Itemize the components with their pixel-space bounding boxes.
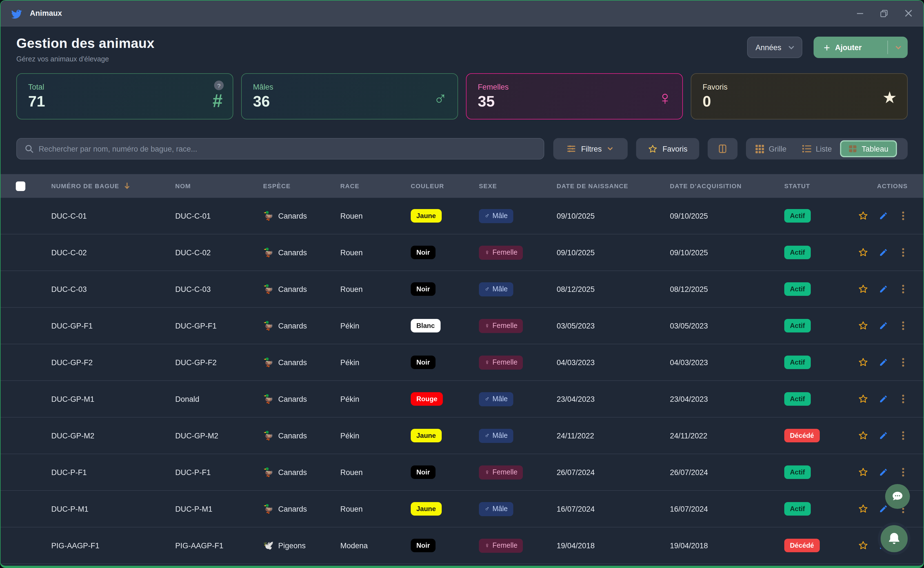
hash-icon: #	[213, 92, 222, 110]
page-heading: Gestion des animaux Gérez vos animaux d'…	[17, 35, 154, 63]
edit-button[interactable]	[879, 211, 888, 220]
more-actions-button[interactable]	[898, 394, 907, 404]
more-actions-button[interactable]	[898, 357, 907, 367]
maximize-button[interactable]	[878, 7, 890, 20]
table-row: DUC-C-03 DUC-C-03 🦆 Canards Rouen Noir ♂…	[1, 271, 923, 308]
sex-symbol-icon: ♀	[485, 358, 490, 366]
star-outline-icon	[858, 394, 868, 404]
edit-button[interactable]	[879, 285, 888, 294]
edit-button[interactable]	[879, 431, 888, 440]
sex-symbol-icon: ♂	[485, 285, 490, 293]
status-badge: Actif	[784, 465, 811, 479]
select-all-checkbox[interactable]	[16, 181, 26, 191]
birth-date: 03/05/2023	[557, 322, 670, 330]
table-row: DUC-P-F1 DUC-P-F1 🦆 Canards Rouen Noir ♀…	[1, 454, 923, 491]
sex-badge: ♀Femelle	[479, 538, 523, 553]
column-header-name[interactable]: Nom	[175, 183, 263, 189]
search-input[interactable]	[39, 145, 536, 153]
acquisition-date: 19/04/2018	[670, 541, 784, 550]
status-badge: Actif	[784, 392, 811, 406]
favorite-star-button[interactable]	[858, 357, 868, 367]
sex-symbol-icon: ♀	[485, 468, 490, 476]
edit-button[interactable]	[879, 504, 888, 513]
view-table-button[interactable]: Tableau	[840, 140, 897, 157]
table-row: DUC-P-M1 DUC-P-M1 🦆 Canards Rouen Jaune …	[1, 491, 923, 527]
more-actions-button[interactable]	[898, 467, 907, 477]
acquisition-date: 26/07/2024	[670, 468, 784, 476]
star-outline-icon	[858, 540, 868, 551]
column-header-race[interactable]: Race	[340, 183, 411, 189]
vertical-dots-icon	[898, 284, 907, 294]
favorites-filter-button[interactable]: Favoris	[636, 138, 699, 159]
favorite-star-button[interactable]	[858, 394, 868, 404]
more-actions-button[interactable]	[898, 321, 907, 331]
favorite-star-button[interactable]	[858, 540, 868, 551]
favorite-star-button[interactable]	[858, 431, 868, 441]
edit-button[interactable]	[879, 248, 888, 257]
pencil-icon	[879, 321, 888, 330]
column-header-status[interactable]: Statut	[784, 183, 846, 189]
add-button[interactable]: + Ajouter	[814, 37, 907, 58]
help-icon[interactable]: ?	[214, 80, 224, 90]
acquisition-date: 09/10/2025	[670, 248, 784, 257]
species-icon: 🦆	[263, 321, 273, 331]
acquisition-date: 08/12/2025	[670, 285, 784, 293]
favorite-star-button[interactable]	[858, 467, 868, 477]
table-body: DUC-C-01 DUC-C-01 🦆 Canards Rouen Jaune …	[1, 198, 923, 564]
edit-button[interactable]	[879, 321, 888, 330]
columns-button[interactable]	[708, 138, 738, 159]
star-outline-icon	[858, 467, 868, 477]
bell-icon	[887, 531, 901, 546]
add-dropdown-toggle[interactable]	[889, 44, 907, 51]
favorite-star-button[interactable]	[858, 211, 868, 221]
animal-name: PIG-AAGP-F1	[175, 541, 263, 550]
table-header-row: Numéro de bague Nom Espèce Race Couleur …	[1, 174, 923, 198]
species-icon: 🦆	[263, 504, 273, 514]
more-actions-button[interactable]	[898, 284, 907, 294]
column-header-acquisition[interactable]: Date d'acquisition	[670, 183, 784, 189]
favorite-star-button[interactable]	[858, 247, 868, 258]
female-icon: ♀	[658, 88, 672, 107]
pencil-icon	[879, 394, 888, 403]
view-grid-button[interactable]: Grille	[749, 140, 794, 157]
favorite-star-button[interactable]	[858, 321, 868, 331]
filters-button[interactable]: Filtres	[553, 138, 628, 159]
years-dropdown[interactable]: Années	[747, 37, 802, 58]
column-header-ring[interactable]: Numéro de bague	[51, 182, 175, 190]
more-actions-button[interactable]	[898, 431, 907, 441]
birth-date: 23/04/2023	[557, 395, 670, 403]
status-badge: Actif	[784, 355, 811, 369]
more-actions-button[interactable]	[898, 247, 907, 258]
table-row: DUC-GP-M1 Donald 🦆 Canards Pékin Rouge ♂…	[1, 381, 923, 418]
sex-badge: ♀Femelle	[479, 355, 523, 369]
favorite-star-button[interactable]	[858, 504, 868, 514]
column-header-birth[interactable]: Date de naissance	[557, 183, 670, 189]
acquisition-date: 09/10/2025	[670, 211, 784, 220]
view-list-button[interactable]: Liste	[795, 140, 839, 157]
list-icon	[802, 145, 811, 153]
race-label: Pékin	[340, 322, 411, 330]
color-badge: Noir	[411, 282, 436, 296]
column-header-species[interactable]: Espèce	[263, 183, 340, 189]
color-badge: Noir	[411, 246, 436, 260]
species-label: Canards	[278, 431, 307, 440]
stat-card-total: Total 71 ? #	[17, 73, 233, 119]
pencil-icon	[879, 468, 888, 477]
edit-button[interactable]	[879, 394, 888, 403]
minimize-button[interactable]	[853, 7, 866, 20]
column-header-sex[interactable]: Sexe	[479, 183, 557, 189]
favorite-star-button[interactable]	[858, 284, 868, 294]
view-toggle-group: Grille Liste Tableau	[746, 138, 907, 159]
notifications-button[interactable]	[878, 522, 910, 555]
acquisition-date: 16/07/2024	[670, 505, 784, 513]
close-button[interactable]	[902, 7, 914, 20]
column-header-color[interactable]: Couleur	[411, 183, 479, 189]
star-outline-icon	[858, 284, 868, 294]
edit-button[interactable]	[879, 358, 888, 367]
table-icon	[849, 145, 857, 153]
edit-button[interactable]	[879, 468, 888, 477]
chat-button[interactable]	[885, 484, 910, 509]
table-row: DUC-C-01 DUC-C-01 🦆 Canards Rouen Jaune …	[1, 198, 923, 234]
window-controls	[853, 7, 914, 20]
more-actions-button[interactable]	[898, 211, 907, 221]
